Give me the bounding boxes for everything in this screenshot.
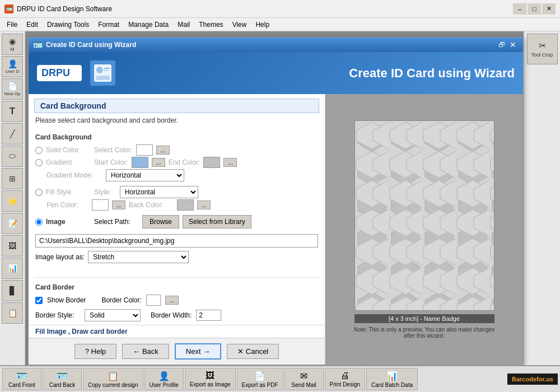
maximize-button[interactable]: □ bbox=[528, 3, 541, 15]
sidebar-item-wizard[interactable]: 📋 bbox=[2, 302, 23, 324]
taskbar-card-back[interactable]: 🪪 Card Back bbox=[43, 368, 82, 390]
sidebar-item-star[interactable]: ⭐ bbox=[2, 190, 23, 212]
fill-style-label: Fill Style bbox=[46, 188, 91, 196]
dialog-body: Card Background Please select card backg… bbox=[29, 94, 523, 365]
print-design-label: Print Design bbox=[330, 381, 360, 388]
next-button[interactable]: Next → bbox=[175, 343, 221, 360]
taskbar-export-image[interactable]: 🖼 Export as Image bbox=[185, 368, 236, 390]
back-button[interactable]: ← Back bbox=[122, 344, 169, 359]
start-color-label: Start Color: bbox=[94, 158, 128, 166]
taskbar-batch-data[interactable]: 📊 Card Batch Data bbox=[366, 368, 418, 390]
fill-pen-row: Pen Color: ... Back Color: ... bbox=[35, 199, 318, 211]
dialog-close-button[interactable]: ✕ bbox=[507, 40, 519, 50]
border-color-box[interactable] bbox=[146, 295, 161, 306]
gradient-end-browse[interactable]: ... bbox=[223, 158, 237, 167]
sidebar-item-text[interactable]: T bbox=[2, 101, 23, 122]
border-style-select[interactable]: Solid Dash Dot bbox=[85, 309, 141, 321]
form-area: Card Background Please select card backg… bbox=[29, 94, 325, 365]
taskbar-export-pdf[interactable]: 📄 Export as PDF bbox=[237, 368, 283, 390]
gradient-label: Gradient bbox=[46, 158, 91, 166]
help-button[interactable]: ? Help bbox=[74, 344, 117, 359]
card-front-label: Card Front bbox=[8, 382, 35, 388]
user-profile-icon: 👤 bbox=[158, 371, 170, 381]
sidebar-item-barcode[interactable]: ▊ bbox=[2, 280, 23, 301]
solid-color-radio[interactable] bbox=[35, 147, 43, 154]
right-panel: ✂ Tool Crop bbox=[524, 31, 560, 365]
pen-color-browse[interactable]: ... bbox=[112, 200, 125, 209]
fill-style-radio[interactable] bbox=[35, 189, 43, 196]
taskbar-print-design[interactable]: 🖨 Print Design bbox=[325, 368, 365, 390]
menu-item-manage-data[interactable]: Manage Data bbox=[124, 20, 173, 30]
minimize-button[interactable]: – bbox=[513, 3, 526, 15]
sidebar-item-new[interactable]: 📄 New Op bbox=[2, 78, 23, 100]
pen-color-box[interactable] bbox=[92, 199, 109, 211]
svg-point-1 bbox=[96, 67, 103, 73]
app-icon: 🪪 bbox=[4, 4, 13, 13]
gradient-radio[interactable] bbox=[35, 159, 43, 166]
sidebar-item-table[interactable]: ⊞ bbox=[2, 168, 23, 189]
image-layout-select[interactable]: Stretch Tile Center Zoom bbox=[88, 251, 189, 263]
tool-crop-label: Tool Crop bbox=[531, 52, 553, 58]
send-mail-icon: ✉ bbox=[300, 371, 307, 381]
menu-item-themes[interactable]: Themes bbox=[194, 20, 227, 30]
image-layout-row: Image layout as: Stretch Tile Center Zoo… bbox=[35, 251, 318, 263]
solid-color-browse[interactable]: ... bbox=[156, 146, 170, 155]
border-color-browse[interactable]: ... bbox=[165, 296, 179, 305]
form-status: Fill Image , Draw card border bbox=[29, 325, 325, 338]
app-close-button[interactable]: ✕ bbox=[542, 3, 556, 15]
taskbar-copy-design[interactable]: 📋 Copy current design bbox=[83, 368, 143, 390]
card-front-icon: 🪪 bbox=[16, 371, 27, 381]
menu-item-file[interactable]: File bbox=[2, 20, 22, 30]
crop-icon: ✂ bbox=[539, 40, 546, 51]
show-border-checkbox[interactable] bbox=[35, 297, 43, 304]
select-path-label: Select Path: bbox=[94, 218, 139, 226]
preview-card-inner bbox=[355, 121, 494, 310]
gradient-row: Gradient Start Color: ... End Color: ... bbox=[35, 157, 318, 168]
cancel-button[interactable]: ✕ Cancel bbox=[227, 344, 279, 359]
copy-design-label: Copy current design bbox=[88, 382, 138, 388]
gradient-end-color-box[interactable] bbox=[203, 157, 220, 168]
sidebar-item-shapes[interactable]: 📊 bbox=[2, 258, 23, 279]
image-section: Image Select Path: Browse Select from Li… bbox=[35, 215, 318, 263]
border-width-input[interactable]: 2 bbox=[196, 310, 221, 321]
preview-label: [4 x 3 inch] - Name Badge bbox=[354, 314, 494, 323]
branding-text: Barcodefor.us bbox=[512, 376, 553, 382]
menu-item-help[interactable]: Help bbox=[251, 20, 274, 30]
taskbar-user-profile[interactable]: 👤 User Profile bbox=[144, 368, 184, 390]
dialog-restore-button[interactable]: 🗗 bbox=[496, 40, 507, 50]
taskbar: 🪪 Card Front 🪪 Card Back 📋 Copy current … bbox=[0, 365, 560, 392]
preview-card bbox=[354, 120, 494, 311]
taskbar-card-front[interactable]: 🪪 Card Front bbox=[2, 368, 41, 390]
select-library-button[interactable]: Select from Library bbox=[183, 215, 251, 228]
border-section: Card Border Show Border Border Color: ..… bbox=[29, 280, 325, 325]
menu-item-format[interactable]: Format bbox=[94, 20, 124, 30]
svg-rect-4 bbox=[96, 76, 110, 80]
sidebar-item-ellipse[interactable]: ⬭ bbox=[2, 146, 23, 167]
image-browse-button[interactable]: Browse bbox=[142, 215, 179, 228]
border-header: Card Border bbox=[35, 283, 318, 291]
image-radio[interactable] bbox=[35, 218, 43, 226]
border-style-label: Border Style: bbox=[35, 311, 80, 319]
sidebar-item-image[interactable]: 🖼 bbox=[2, 235, 23, 256]
image-path-input[interactable]: C:\Users\IBALL\Desktop\background_img.jp… bbox=[35, 234, 318, 248]
sidebar-item-0[interactable]: ◉ M bbox=[2, 34, 23, 55]
gradient-mode-select[interactable]: Horizontal Vertical Diagonal bbox=[106, 169, 184, 181]
tool-crop-button[interactable]: ✂ Tool Crop bbox=[527, 34, 558, 64]
sidebar-item-user[interactable]: 👤 User D bbox=[2, 56, 23, 77]
back-color-browse[interactable]: ... bbox=[197, 200, 211, 209]
export-pdf-icon: 📄 bbox=[254, 371, 265, 381]
taskbar-send-mail[interactable]: ✉ Send Mail bbox=[284, 368, 324, 390]
svg-rect-2 bbox=[104, 68, 110, 69]
gradient-start-browse[interactable]: ... bbox=[152, 158, 165, 167]
solid-color-box[interactable] bbox=[136, 144, 153, 156]
menu-item-edit[interactable]: Edit bbox=[22, 20, 43, 30]
menu-item-mail[interactable]: Mail bbox=[173, 20, 194, 30]
sidebar-item-line[interactable]: ╱ bbox=[2, 123, 23, 144]
gradient-start-color-box[interactable] bbox=[132, 157, 148, 168]
back-color-box[interactable] bbox=[177, 199, 194, 211]
dialog-icon: 🪪 bbox=[33, 40, 43, 49]
fill-style-select[interactable]: Horizontal Vertical Diagonal bbox=[120, 186, 198, 198]
menu-item-view[interactable]: View bbox=[228, 20, 251, 30]
menu-item-drawing-tools[interactable]: Drawing Tools bbox=[43, 20, 94, 30]
sidebar-item-note[interactable]: 📝 bbox=[2, 213, 23, 234]
